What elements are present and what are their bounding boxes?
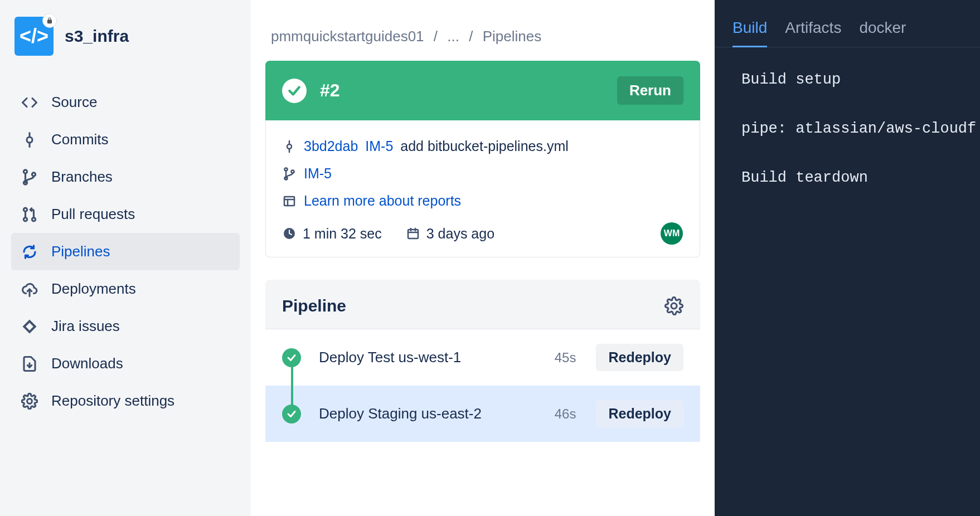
- pipeline-step[interactable]: Deploy Test us-west-1 45s Redeploy: [265, 329, 700, 386]
- branch-link[interactable]: IM-5: [304, 165, 332, 182]
- breadcrumb-more[interactable]: ...: [447, 28, 459, 45]
- redeploy-button[interactable]: Redeploy: [596, 344, 683, 371]
- repo-name: s3_infra: [65, 27, 129, 46]
- log-panel: Build Artifacts docker Build setup pipe:…: [715, 0, 980, 516]
- breadcrumb-page[interactable]: Pipelines: [483, 28, 542, 45]
- step-name: Deploy Staging us-east-2: [319, 405, 542, 422]
- step-duration: 45s: [555, 350, 576, 366]
- repo-sidebar: </> s3_infra Source Commits Branches Pul…: [0, 0, 251, 516]
- log-line[interactable]: pipe: atlassian/aws-cloudf: [741, 119, 980, 140]
- rerun-button[interactable]: Rerun: [617, 76, 683, 105]
- sidebar-item-deployments[interactable]: Deployments: [11, 270, 240, 308]
- pipeline-settings-button[interactable]: [664, 296, 683, 315]
- sidebar-item-jira-issues[interactable]: Jira issues: [11, 308, 240, 345]
- sidebar-item-repo-settings[interactable]: Repository settings: [11, 382, 240, 420]
- breadcrumb: pmmquickstartguides01 / ... / Pipelines: [271, 28, 700, 45]
- log-body: Build setup pipe: atlassian/aws-cloudf B…: [715, 47, 980, 188]
- commit-issue-link[interactable]: IM-5: [365, 138, 393, 154]
- success-icon: [282, 405, 301, 423]
- lock-icon: [42, 13, 57, 28]
- pipeline-steps: Deploy Test us-west-1 45s Redeploy Deplo…: [265, 329, 700, 442]
- svg-point-12: [27, 398, 32, 403]
- log-tab-artifacts[interactable]: Artifacts: [785, 19, 841, 47]
- calendar-icon: [406, 227, 420, 240]
- duration-group: 1 min 32 sec: [283, 226, 382, 242]
- pipeline-icon: [21, 244, 38, 260]
- pipeline-step[interactable]: Deploy Staging us-east-2 46s Redeploy: [265, 386, 700, 442]
- log-tab-docker[interactable]: docker: [859, 19, 906, 47]
- author-avatar[interactable]: WM: [661, 222, 683, 245]
- pipeline-header: Pipeline: [265, 280, 700, 329]
- sidebar-item-downloads[interactable]: Downloads: [11, 345, 240, 382]
- sidebar-item-source[interactable]: Source: [11, 84, 240, 121]
- gear-icon: [21, 393, 38, 410]
- reports-row: Learn more about reports: [283, 187, 683, 215]
- clock-icon: [283, 227, 296, 240]
- redeploy-button[interactable]: Redeploy: [596, 400, 683, 427]
- diamond-icon: [21, 318, 38, 335]
- sidebar-item-label: Deployments: [51, 280, 136, 298]
- pipeline-card: Pipeline Deploy Test us-west-1 45s Redep…: [265, 280, 700, 442]
- meta-row: 1 min 32 sec 3 days ago WM: [283, 215, 683, 245]
- duration-text: 1 min 32 sec: [303, 226, 382, 242]
- sidebar-item-pipelines[interactable]: Pipelines: [11, 233, 240, 270]
- breadcrumb-project[interactable]: pmmquickstartguides01: [271, 28, 424, 45]
- commit-hash-link[interactable]: 3bd2dab: [304, 138, 358, 154]
- svg-rect-23: [408, 230, 418, 238]
- branch-icon: [21, 169, 38, 186]
- sidebar-nav: Source Commits Branches Pull requests Pi…: [11, 84, 240, 420]
- log-tabs: Build Artifacts docker: [715, 0, 980, 47]
- commit-icon: [21, 132, 38, 148]
- branch-row: IM-5: [283, 160, 683, 187]
- when-text: 3 days ago: [426, 226, 494, 242]
- code-icon: [21, 94, 38, 111]
- commit-message: add bitbucket-pipelines.yml: [400, 138, 569, 154]
- sidebar-item-label: Commits: [51, 131, 109, 148]
- repo-avatar: </>: [14, 17, 54, 56]
- report-icon: [283, 194, 296, 208]
- svg-point-27: [671, 303, 677, 309]
- sidebar-item-label: Pull requests: [51, 206, 135, 223]
- sidebar-item-pull-requests[interactable]: Pull requests: [11, 196, 240, 233]
- reports-link[interactable]: Learn more about reports: [304, 193, 461, 209]
- success-icon: [282, 348, 301, 367]
- run-title: #2: [320, 80, 604, 101]
- pull-request-icon: [21, 206, 38, 223]
- step-name: Deploy Test us-west-1: [319, 349, 542, 366]
- sidebar-item-label: Downloads: [51, 355, 123, 372]
- run-info-card: 3bd2dab IM-5 add bitbucket-pipelines.yml…: [265, 120, 700, 257]
- branch-icon: [283, 167, 296, 181]
- breadcrumb-separator: /: [434, 28, 438, 45]
- cloud-upload-icon: [21, 281, 38, 298]
- commit-row: 3bd2dab IM-5 add bitbucket-pipelines.yml: [283, 133, 683, 160]
- sidebar-item-commits[interactable]: Commits: [11, 121, 240, 158]
- sidebar-item-branches[interactable]: Branches: [11, 158, 240, 196]
- log-tab-build[interactable]: Build: [732, 19, 767, 47]
- sidebar-item-label: Jira issues: [51, 318, 120, 335]
- repo-header: </> s3_infra: [11, 17, 240, 56]
- svg-rect-19: [284, 197, 294, 206]
- sidebar-item-label: Source: [51, 94, 97, 111]
- sidebar-item-label: Branches: [51, 168, 113, 186]
- when-group: 3 days ago: [406, 226, 494, 242]
- repo-avatar-text: </>: [20, 25, 48, 48]
- log-line[interactable]: Build setup: [741, 70, 980, 91]
- log-line[interactable]: Build teardown: [741, 168, 980, 189]
- sidebar-item-label: Repository settings: [51, 392, 174, 410]
- download-icon: [21, 356, 38, 372]
- run-header: #2 Rerun: [265, 61, 700, 120]
- success-icon: [282, 79, 307, 103]
- breadcrumb-separator: /: [469, 28, 473, 45]
- sidebar-item-label: Pipelines: [51, 243, 110, 260]
- step-duration: 46s: [555, 406, 576, 422]
- pipeline-heading: Pipeline: [282, 296, 346, 315]
- main-content: pmmquickstartguides01 / ... / Pipelines …: [251, 0, 715, 516]
- commit-icon: [283, 140, 296, 153]
